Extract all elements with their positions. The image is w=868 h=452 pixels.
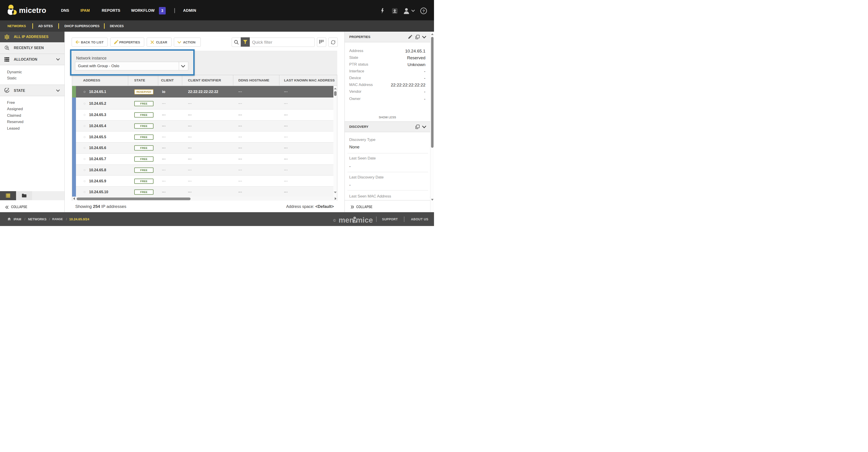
svg-text:?: ?	[423, 9, 425, 13]
